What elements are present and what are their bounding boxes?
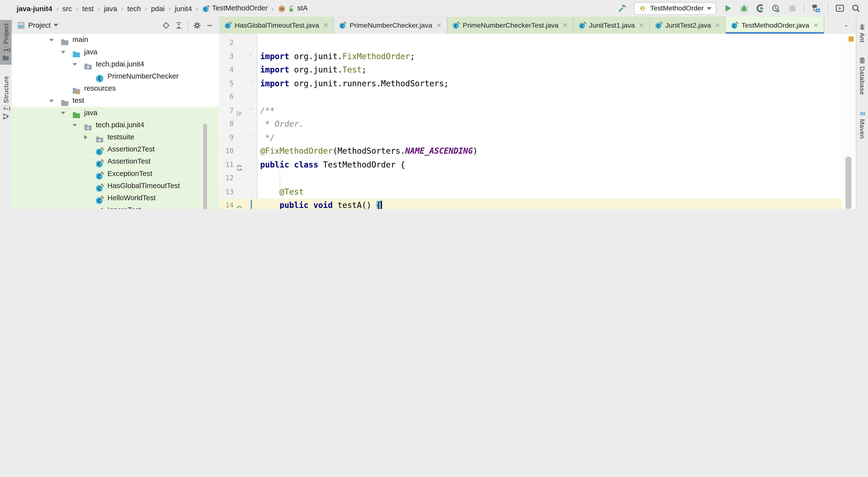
tree-item-IgnoreTest[interactable]: CIgnoreTest [12,204,219,209]
fold-marker-icon[interactable]: ˆ [247,77,254,90]
tree-item-tech.pdai.junit4[interactable]: tech.pdai.junit4 [12,58,219,70]
tree-arrow-icon[interactable] [84,135,90,139]
code-line-3[interactable]: 3ˇimport org.junit.FixMethodOrder; [219,49,842,63]
code-line-8[interactable]: 8 * Order. [219,117,842,131]
editor-scrollbar[interactable] [845,157,851,209]
profiler-button[interactable] [772,4,781,13]
run-test-gutter-icon[interactable] [236,201,243,209]
debug-button[interactable] [740,4,749,13]
project-tree-scrollbar[interactable] [203,124,207,209]
code-line-12[interactable]: 12 [219,171,842,185]
close-icon[interactable]: ✕ [436,21,442,29]
code-line-6[interactable]: 6 [219,90,842,104]
tab-PrimeNumberCheckerTest.java[interactable]: CPrimeNumberCheckerTest.java✕ [447,16,574,34]
tree-item-java[interactable]: java [12,46,219,58]
stripe-button-maven[interactable]: mMaven [859,109,866,139]
close-icon[interactable]: ✕ [813,21,819,29]
stripe-button-database[interactable]: Database [859,57,866,95]
structure-proj-button[interactable] [811,4,820,13]
tree-item-PrimeNumberChecker[interactable]: CPrimeNumberChecker [12,70,219,82]
collapse-all2-button[interactable] [175,21,183,29]
stripe-button-ant[interactable]: Ant [859,23,866,43]
code-line-11[interactable]: 11public class TestMethodOrder { [219,158,842,172]
stripe-button-Project[interactable]: 1: Project [0,20,12,65]
code-editor[interactable]: 23ˇimport org.junit.FixMethodOrder;4impo… [219,34,842,209]
play-green-button[interactable] [724,4,733,13]
chevron-right-icon: › [56,4,59,12]
locate-button[interactable] [162,21,170,29]
tab-JunitTest1.java[interactable]: CJunitTest1.java✕ [574,16,650,34]
tree-arrow-icon[interactable] [49,100,54,105]
hammer-icon [618,4,627,13]
minus-icon [206,21,214,29]
minus-button[interactable] [206,21,214,29]
fold-marker-icon[interactable]: ˆ [247,131,254,144]
code-line-9[interactable]: 9ˆ */ [219,131,842,144]
tree-item-AssertionTest[interactable]: CAssertionTest [12,156,219,168]
tab-PrimeNumberChecker.java[interactable]: CPrimeNumberChecker.java✕ [334,16,447,34]
breadcrumb-item[interactable]: CTestMethodOrder [202,4,268,12]
tree-item-HelloWorldTest[interactable]: CHelloWorldTest [12,192,219,204]
editor-tab-bar: CHasGlobalTimeoutTest.java✕CPrimeNumberC… [219,16,856,34]
fold-marker-icon[interactable]: ˇ [247,104,254,117]
close-icon[interactable]: ✕ [639,21,644,29]
collapse-all2-icon [175,21,183,29]
breadcrumb-item[interactable]: tech [127,4,141,12]
tree-arrow-icon[interactable] [61,112,65,117]
package-icon [95,135,104,144]
coverage-button[interactable] [756,4,765,13]
breadcrumb-item[interactable]: junit4 [175,4,192,12]
fold-marker-icon[interactable]: ˇ [247,49,254,63]
breadcrumb-item[interactable]: pdai [151,4,164,12]
left-tool-stripe: 1: Project7: Structure2: Favorites [0,16,12,209]
tree-item-resources[interactable]: resources [12,82,219,95]
structure-tab-icon [2,113,9,120]
run-configuration-dropdown[interactable]: TestMethodOrder [634,2,716,14]
tree-item-test[interactable]: test [12,95,219,107]
class-test-icon: C [95,208,104,209]
stop-disabled-button[interactable] [788,4,797,13]
breadcrumb-item[interactable]: test [82,4,94,12]
code-line-10[interactable]: 10@FixMethodOrder(MethodSorters.NAME_ASC… [219,144,842,158]
class-test-icon: C [202,5,210,12]
tree-arrow-icon[interactable] [72,63,77,68]
class-test-icon: C [95,171,104,180]
tab-JunitTest2.java[interactable]: CJunitTest2.java✕ [650,16,726,34]
tree-item-main[interactable]: main [12,34,219,46]
code-line-2[interactable]: 2 [219,36,842,49]
tab-TestMethodOrder.java[interactable]: CTestMethodOrder.java✕ [726,16,824,34]
tree-item-Assertion2Test[interactable]: CAssertion2Test [12,143,219,156]
tree-item-java[interactable]: java [12,107,219,119]
project-view-dropdown[interactable]: Project [12,21,59,29]
close-icon[interactable]: ✕ [715,21,720,29]
tree-item-ExceptionTest[interactable]: CExceptionTest [12,168,219,180]
code-line-7[interactable]: 7ˇ/** [219,104,842,117]
stop-disabled-icon [788,4,797,13]
close-icon[interactable]: ✕ [562,21,568,29]
svg-text:C: C [341,23,344,28]
tab-HasGlobalTimeoutTest.java[interactable]: CHasGlobalTimeoutTest.java✕ [219,16,334,34]
code-line-14[interactable]: 14ˇ public void testA() { [219,199,842,209]
breadcrumb-item[interactable]: java-junit4 [17,4,52,12]
code-line-5[interactable]: 5ˆimport org.junit.runners.MethodSorters… [219,77,842,90]
stripe-button-Structure[interactable]: 7: Structure [0,72,12,123]
gear-button[interactable] [193,21,201,29]
breadcrumb-item[interactable]: src [62,4,72,12]
tree-item-testsuite[interactable]: testsuite [12,131,219,143]
tree-item-tech.pdai.junit4[interactable]: tech.pdai.junit4 [12,119,219,131]
search-button[interactable] [851,4,861,13]
code-line-4[interactable]: 4import org.junit.Test; [219,63,842,77]
console-run-button[interactable] [836,4,844,13]
code-line-13[interactable]: 13 @Test [219,185,842,199]
breadcrumb: java-junit4›src›test›java›tech›pdai›juni… [0,4,308,12]
tree-arrow-icon[interactable] [72,124,77,129]
close-icon[interactable]: ✕ [323,21,329,29]
tree-item-HasGlobalTimeoutTest[interactable]: CHasGlobalTimeoutTest [12,180,219,192]
ant-icon [859,23,866,31]
tree-arrow-icon[interactable] [49,39,54,44]
breadcrumb-item[interactable]: mstA [278,4,308,12]
tree-arrow-icon[interactable] [61,51,65,56]
hammer-button[interactable] [618,4,627,13]
breadcrumb-item[interactable]: java [104,4,117,12]
stripe-marker[interactable] [848,37,854,42]
